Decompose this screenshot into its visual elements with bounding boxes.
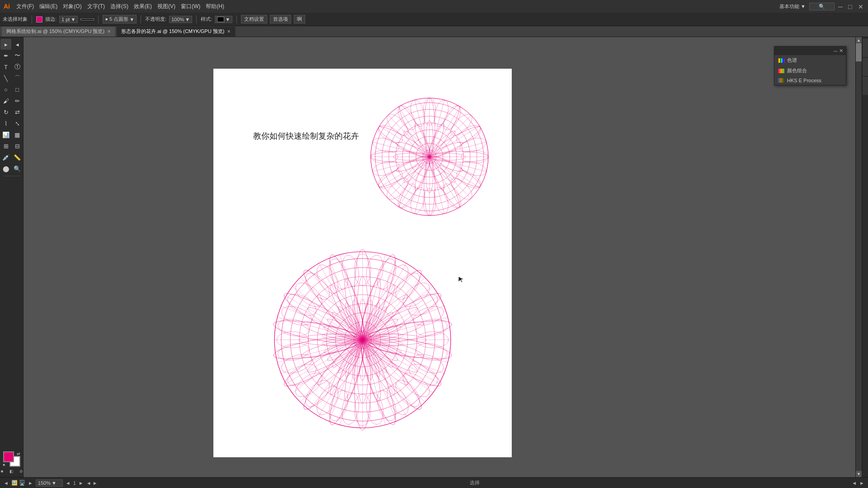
titlebar-controls[interactable]: 基本功能 ▼ 🔍 ─ □ ✕ bbox=[779, 3, 864, 10]
color-combo-icon bbox=[778, 69, 784, 73]
tool-row-10: ⊞ ⊟ bbox=[0, 141, 23, 151]
right-label[interactable]: 基本功能 ▼ bbox=[779, 3, 806, 10]
menu-item[interactable]: 视图(V) bbox=[157, 3, 175, 10]
line-tool[interactable]: ╲ bbox=[0, 73, 11, 84]
arc-tool[interactable]: ⌒ bbox=[12, 73, 23, 84]
menu-item[interactable]: 编辑(E) bbox=[39, 3, 57, 10]
artboard-icons: 🖼️ 🖥️ bbox=[11, 480, 25, 486]
swatch-panel-3[interactable] bbox=[863, 77, 868, 95]
curvature-tool[interactable]: 〜 bbox=[12, 50, 23, 61]
panel-item-color-spectrum[interactable]: 色谱 bbox=[774, 55, 846, 66]
pen-tool[interactable]: ✒ bbox=[0, 50, 11, 61]
scroll-up-button[interactable]: ▲ bbox=[856, 37, 862, 43]
style-label: 样式: bbox=[201, 16, 212, 23]
scroll-down-button[interactable]: ▼ bbox=[856, 471, 862, 477]
swap-colors-button[interactable]: ⇄ bbox=[17, 451, 20, 456]
opacity-dropdown[interactable]: 100%▼ bbox=[169, 16, 192, 23]
menu-item[interactable]: 文字(T) bbox=[87, 3, 105, 10]
page-next-button[interactable]: ► bbox=[79, 480, 84, 486]
gradient-button[interactable]: ◧ bbox=[8, 468, 16, 474]
svg-point-191 bbox=[373, 388, 400, 423]
bottom-scroll-right[interactable]: ► bbox=[859, 480, 864, 486]
speech-button[interactable]: 啊 bbox=[294, 15, 305, 23]
menu-bar[interactable]: 文件(F)编辑(E)对象(O)文字(T)选择(S)效果(E)视图(V)窗口(W)… bbox=[16, 3, 224, 10]
column-graph-tool[interactable]: ▦ bbox=[12, 129, 23, 140]
close-button[interactable]: ✕ bbox=[858, 3, 864, 9]
default-colors-button[interactable]: ■ bbox=[3, 463, 5, 467]
stroke-color-swatch[interactable] bbox=[36, 16, 42, 23]
svg-point-46 bbox=[395, 140, 431, 160]
zoom-tool[interactable]: 🔍 bbox=[12, 163, 23, 174]
tab-close-2[interactable]: ✕ bbox=[227, 29, 231, 34]
zoom-dropdown[interactable]: 150%▼ bbox=[36, 479, 63, 487]
svg-point-44 bbox=[395, 154, 431, 174]
reflect-tool[interactable]: ⇄ bbox=[12, 107, 23, 117]
type-tool[interactable]: T bbox=[0, 61, 11, 72]
blend-tool[interactable]: ⬤ bbox=[0, 163, 11, 174]
pencil-tool[interactable]: ✏ bbox=[12, 95, 23, 106]
direct-selection-tool[interactable]: ◂ bbox=[12, 39, 23, 50]
tab-close-1[interactable]: ✕ bbox=[107, 29, 111, 34]
toolbar-separator-2 bbox=[98, 15, 99, 23]
slice-tool[interactable]: ⊟ bbox=[12, 141, 23, 151]
menu-item[interactable]: 效果(E) bbox=[134, 3, 152, 10]
menu-item[interactable]: 帮助(H) bbox=[206, 3, 224, 10]
rotate-tool[interactable]: ↻ bbox=[0, 107, 11, 117]
vertical-scrollbar[interactable]: ▲ ▼ bbox=[855, 37, 862, 477]
style-dropdown[interactable]: ▼ bbox=[215, 16, 232, 23]
tool-row-6: 🖌 ✏ bbox=[0, 95, 23, 106]
selection-tool[interactable]: ▸ bbox=[0, 39, 11, 50]
stroke-weight-dropdown[interactable]: 1 pt▼ bbox=[59, 16, 78, 23]
scroll-thumb[interactable] bbox=[856, 43, 862, 61]
swatch-panel-2[interactable] bbox=[863, 58, 868, 76]
menu-item[interactable]: 窗口(W) bbox=[181, 3, 200, 10]
tab-1[interactable]: 网格系统绘制.ai @ 150% (CMYK/GPU 预览) ✕ bbox=[2, 27, 116, 37]
touch-type-tool[interactable]: Ⓣ bbox=[12, 61, 23, 72]
restore-button[interactable]: □ bbox=[848, 3, 854, 9]
swatch-panel-1[interactable] bbox=[863, 39, 868, 57]
artboard: 教你如何快速绘制复杂的花卉 bbox=[213, 69, 512, 457]
doc-settings-button[interactable]: 文档设置 bbox=[241, 15, 267, 23]
brush-dropdown[interactable]: ● 5 点圆形▼ bbox=[103, 15, 137, 23]
minimize-button[interactable]: ─ bbox=[838, 3, 844, 9]
scroll-track[interactable] bbox=[856, 43, 862, 471]
solid-color-button[interactable]: ■ bbox=[0, 468, 6, 474]
svg-point-42 bbox=[412, 155, 433, 192]
preferences-button[interactable]: 首选项 bbox=[270, 15, 291, 23]
panel-item-color-combo[interactable]: 颜色组合 bbox=[774, 66, 846, 76]
svg-point-195 bbox=[326, 388, 352, 423]
main-workspace: ▸ ◂ ✒ 〜 T Ⓣ ╲ ⌒ ○ □ 🖌 ✏ ↻ ⇄ ⌇ ⤡ bbox=[0, 37, 868, 477]
scale-tool[interactable]: ⤡ bbox=[12, 118, 23, 129]
warp-tool[interactable]: ⌇ bbox=[0, 118, 11, 129]
tool-separator bbox=[3, 176, 21, 176]
panel-item-hks[interactable]: HKS E Process bbox=[774, 76, 846, 85]
eyedropper-tool[interactable]: 💉 bbox=[0, 152, 11, 163]
hks-icon bbox=[778, 78, 784, 83]
status-bar: ◄ 🖼️ 🖥️ ► 150%▼ ◄ 1 ► ◄ ► 选择 ◄ ► bbox=[0, 477, 868, 488]
artboard-prev-button[interactable]: ◄ bbox=[4, 480, 9, 486]
search-box[interactable]: 🔍 bbox=[809, 3, 835, 10]
menu-item[interactable]: 对象(O) bbox=[63, 3, 81, 10]
rect-tool[interactable]: □ bbox=[12, 84, 23, 95]
svg-point-204 bbox=[279, 303, 314, 329]
tab-2[interactable]: 形态各异的花卉.ai @ 150% (CMYK/GPU 预览) ✕ bbox=[117, 27, 236, 37]
menu-item[interactable]: 文件(F) bbox=[16, 3, 34, 10]
foreground-color-swatch[interactable] bbox=[3, 451, 14, 462]
menu-item[interactable]: 选择(S) bbox=[110, 3, 128, 10]
measure-tool[interactable]: 📏 bbox=[12, 152, 23, 163]
tool-row-2: ✒ 〜 bbox=[0, 50, 23, 61]
tool-row-4: ╲ ⌒ bbox=[0, 73, 23, 84]
panel-close-button[interactable]: ✕ bbox=[839, 48, 843, 54]
graph-tool[interactable]: 📊 bbox=[0, 129, 11, 140]
bottom-scroll-left[interactable]: ◄ bbox=[852, 480, 857, 486]
artboard-tool[interactable]: ⊞ bbox=[0, 141, 11, 151]
paintbrush-tool[interactable]: 🖌 bbox=[0, 95, 11, 106]
artboard-next-button[interactable]: ► bbox=[28, 480, 33, 486]
ellipse-tool[interactable]: ○ bbox=[0, 84, 11, 95]
options-toolbar: 未选择对象 描边: 1 pt▼ ● 5 点圆形▼ 不透明度: 100%▼ 样式:… bbox=[0, 13, 868, 26]
tool-row-1: ▸ ◂ bbox=[0, 39, 23, 50]
page-prev-button[interactable]: ◄ bbox=[66, 480, 71, 486]
canvas-area[interactable]: 教你如何快速绘制复杂的花卉 bbox=[24, 37, 855, 477]
panel-collapse-button[interactable]: ─ bbox=[834, 48, 837, 54]
tool-row-7: ↻ ⇄ bbox=[0, 107, 23, 117]
